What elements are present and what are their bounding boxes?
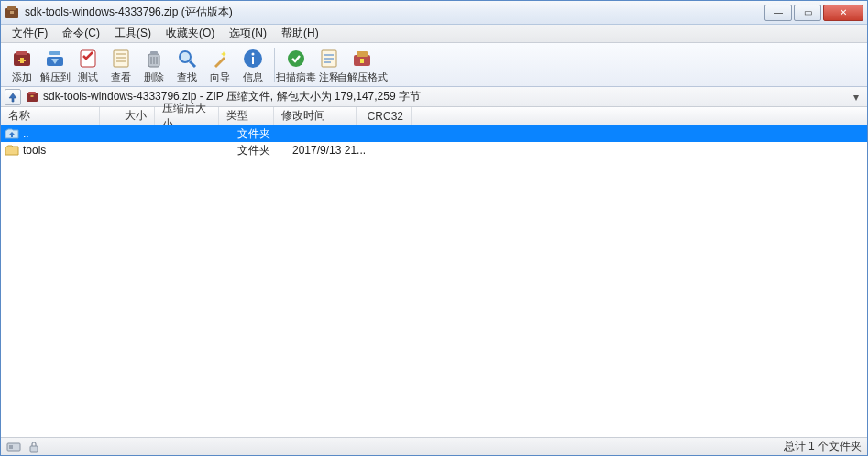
svg-rect-4 bbox=[16, 51, 27, 55]
window-controls: — ▭ ✕ bbox=[763, 5, 863, 21]
minimize-button[interactable]: — bbox=[764, 5, 792, 21]
svg-point-23 bbox=[252, 52, 255, 55]
path-dropdown[interactable]: ▾ bbox=[849, 91, 863, 104]
column-headers: 名称 大小 压缩后大小 类型 修改时间 CRC32 bbox=[1, 107, 867, 125]
header-type[interactable]: 类型 bbox=[219, 107, 274, 125]
svg-rect-10 bbox=[114, 50, 128, 67]
maximize-button[interactable]: ▭ bbox=[794, 5, 821, 21]
pathbar: sdk-tools-windows-4333796.zip - ZIP 压缩文件… bbox=[1, 87, 867, 107]
delete-icon bbox=[143, 48, 165, 70]
view-icon bbox=[110, 48, 132, 70]
test-icon bbox=[77, 48, 99, 70]
sfx-icon bbox=[351, 48, 373, 70]
toolbar-delete-button[interactable]: 删除 bbox=[138, 45, 170, 85]
svg-rect-30 bbox=[357, 51, 368, 57]
svg-rect-36 bbox=[9, 445, 13, 449]
archive-icon bbox=[25, 90, 39, 104]
statusbar: 总计 1 个文件夹 bbox=[1, 437, 867, 455]
wizard-icon bbox=[209, 48, 231, 70]
app-icon bbox=[5, 5, 19, 20]
menu-item-工具[interactable]: 工具(S) bbox=[107, 24, 159, 43]
header-crc[interactable]: CRC32 bbox=[357, 107, 412, 125]
svg-line-20 bbox=[190, 61, 195, 67]
toolbar-find-button[interactable]: 查找 bbox=[171, 45, 203, 85]
svg-rect-37 bbox=[30, 446, 38, 452]
toolbar-wizard-button[interactable]: 向导 bbox=[204, 45, 236, 85]
header-size[interactable]: 大小 bbox=[100, 107, 155, 125]
svg-rect-34 bbox=[31, 95, 34, 97]
toolbar-label: 解压到 bbox=[40, 71, 71, 84]
virus-icon bbox=[285, 48, 307, 70]
status-left bbox=[6, 441, 41, 453]
toolbar-label: 信息 bbox=[243, 71, 263, 84]
menubar: 文件(F)命令(C)工具(S)收藏夹(O)选项(N)帮助(H) bbox=[1, 25, 867, 43]
toolbar-view-button[interactable]: 查看 bbox=[105, 45, 137, 85]
svg-rect-2 bbox=[10, 11, 14, 14]
header-name[interactable]: 名称 bbox=[1, 107, 100, 125]
toolbar-label: 测试 bbox=[78, 71, 98, 84]
toolbar-info-button[interactable]: 信息 bbox=[237, 45, 269, 85]
cell-mod: 2017/9/13 21... bbox=[292, 144, 375, 157]
toolbar-separator bbox=[274, 48, 275, 82]
toolbar-label: 删除 bbox=[144, 71, 164, 84]
cell-name: tools bbox=[23, 144, 118, 157]
header-packed[interactable]: 压缩后大小 bbox=[155, 107, 219, 125]
up-button[interactable] bbox=[5, 89, 21, 105]
toolbar-virus-button[interactable]: 扫描病毒 bbox=[280, 45, 312, 85]
svg-rect-8 bbox=[49, 51, 60, 55]
add-icon bbox=[11, 48, 33, 70]
cell-type: 文件夹 bbox=[237, 126, 292, 142]
file-list[interactable]: ..文件夹tools文件夹2017/9/13 21... bbox=[1, 125, 867, 437]
status-summary: 总计 1 个文件夹 bbox=[784, 439, 862, 454]
toolbar-label: 自解压格式 bbox=[337, 71, 388, 84]
svg-rect-1 bbox=[7, 6, 16, 10]
toolbar-sfx-button[interactable]: 自解压格式 bbox=[346, 45, 378, 85]
svg-rect-22 bbox=[252, 57, 254, 64]
svg-rect-31 bbox=[360, 59, 364, 63]
toolbar: 添加解压到测试查看删除查找向导信息扫描病毒注释自解压格式 bbox=[1, 43, 867, 87]
menu-item-选项[interactable]: 选项(N) bbox=[222, 24, 274, 43]
window-title: sdk-tools-windows-4333796.zip (评估版本) bbox=[25, 5, 763, 20]
menu-item-命令[interactable]: 命令(C) bbox=[55, 24, 107, 43]
toolbar-label: 扫描病毒 bbox=[276, 71, 316, 84]
toolbar-label: 查看 bbox=[111, 71, 131, 84]
header-modified[interactable]: 修改时间 bbox=[274, 107, 357, 125]
info-icon bbox=[242, 48, 264, 70]
toolbar-label: 向导 bbox=[210, 71, 230, 84]
close-button[interactable]: ✕ bbox=[823, 5, 863, 21]
toolbar-label: 查找 bbox=[177, 71, 197, 84]
disk-icon bbox=[6, 441, 21, 453]
titlebar[interactable]: sdk-tools-windows-4333796.zip (评估版本) — ▭… bbox=[1, 1, 867, 25]
up-folder-icon bbox=[5, 126, 19, 141]
svg-rect-33 bbox=[28, 92, 36, 94]
toolbar-label: 添加 bbox=[12, 71, 32, 84]
menu-item-文件[interactable]: 文件(F) bbox=[5, 24, 55, 43]
folder-icon bbox=[5, 143, 19, 158]
cell-type: 文件夹 bbox=[237, 143, 292, 158]
svg-point-19 bbox=[180, 51, 191, 62]
toolbar-add-button[interactable]: 添加 bbox=[6, 45, 38, 85]
table-row[interactable]: ..文件夹 bbox=[1, 125, 867, 142]
find-icon bbox=[176, 48, 198, 70]
cell-name: .. bbox=[23, 127, 118, 140]
lock-icon bbox=[27, 441, 41, 453]
comment-icon bbox=[318, 48, 340, 70]
app-window: sdk-tools-windows-4333796.zip (评估版本) — ▭… bbox=[0, 0, 868, 456]
svg-rect-6 bbox=[18, 60, 26, 61]
toolbar-extract-button[interactable]: 解压到 bbox=[39, 45, 71, 85]
toolbar-test-button[interactable]: 测试 bbox=[72, 45, 104, 85]
extract-icon bbox=[44, 48, 66, 70]
menu-item-帮助[interactable]: 帮助(H) bbox=[274, 24, 326, 43]
svg-rect-15 bbox=[150, 51, 158, 54]
menu-item-收藏夹[interactable]: 收藏夹(O) bbox=[159, 24, 222, 43]
table-row[interactable]: tools文件夹2017/9/13 21... bbox=[1, 142, 867, 158]
